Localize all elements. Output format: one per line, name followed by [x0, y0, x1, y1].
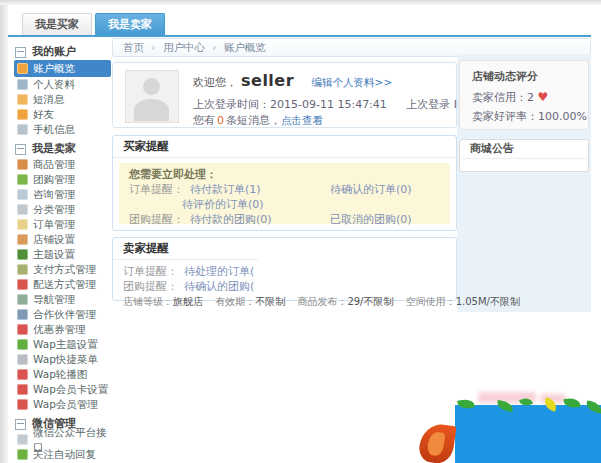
sidebar-item[interactable]: 商品管理: [14, 157, 111, 172]
groupbuy-reminder-label: 团购提醒：: [123, 280, 178, 293]
sidebar-section-header[interactable]: 我的账户: [14, 44, 111, 60]
breadcrumb-user-center[interactable]: 用户中心: [163, 41, 205, 53]
sidebar-item[interactable]: 主题设置: [14, 247, 111, 262]
sidebar-section-header[interactable]: 我是卖家: [14, 141, 111, 157]
sidebar-item[interactable]: Wap会员卡设置: [14, 382, 111, 397]
pending-payment-groupbuy-link[interactable]: 待付款的团购(0): [190, 212, 330, 227]
sidebar-item-label: 团购管理: [33, 172, 75, 187]
sidebar-item[interactable]: 个人资料: [14, 77, 111, 92]
pending-payment-orders-link[interactable]: 待付款订单(1): [190, 182, 330, 197]
sidebar-item-label: 支付方式管理: [33, 262, 96, 277]
flame-icon: [417, 422, 456, 463]
sidebar-item-label: 配送方式管理: [33, 277, 96, 292]
sidebar-item[interactable]: 配送方式管理: [14, 277, 111, 292]
last-login-time: 2015-09-11 15:47:41: [270, 98, 387, 111]
sidebar-item[interactable]: 咨询管理: [14, 187, 111, 202]
sidebar-item[interactable]: 手机信息: [14, 122, 111, 137]
friends-icon: [17, 109, 28, 120]
pending-confirm-orders-link[interactable]: 待确认的订单(0): [330, 183, 412, 196]
sidebar-item-label: 合作伙伴管理: [33, 307, 96, 322]
auto-reply-icon: [17, 449, 28, 460]
sidebar-item-label: Wap主题设置: [33, 337, 98, 352]
sidebar-item[interactable]: 账户概览: [14, 60, 111, 77]
sidebar-item[interactable]: 团购管理: [14, 172, 111, 187]
urgent-notice-box: 您需要立即处理： 订单提醒：待付款订单(1)待确认的订单(0) 待评价的订单(0…: [119, 163, 450, 224]
sidebar-item[interactable]: Wap快捷菜单: [14, 352, 111, 367]
sidebar: 我的账户 账户概览 个人资料 短消息 好友 手机信息 我是卖家: [14, 40, 111, 462]
wap-theme-icon: [17, 339, 28, 350]
wap-member-icon: [17, 399, 28, 410]
sidebar-item[interactable]: 店铺设置: [14, 232, 111, 247]
partner-icon: [17, 309, 28, 320]
groupbuy-reminder-label: 团购提醒：: [129, 213, 184, 226]
consult-icon: [17, 189, 28, 200]
sidebar-item-label: 商品管理: [33, 157, 75, 172]
sidebar-item-label: 导航管理: [33, 292, 75, 307]
sidebar-item[interactable]: 微信公众平台接口: [14, 432, 111, 447]
payment-icon: [17, 264, 28, 275]
watermark-banner: [455, 405, 601, 463]
urgent-notice: 您需要立即处理：: [129, 167, 440, 182]
breadcrumb-home[interactable]: 首页: [123, 41, 144, 53]
sidebar-item-label: 店铺设置: [33, 232, 75, 247]
positive-rate-row: 卖家好评率：100.00%: [472, 109, 588, 124]
goods-published-value: 29/不限制: [347, 296, 393, 307]
sidebar-item[interactable]: 分类管理: [14, 202, 111, 217]
welcome-panel: 欢迎您，seller 编辑个人资料>> 上次登录时间：2015-09-11 15…: [112, 62, 457, 128]
tab-underline: [8, 35, 591, 37]
sidebar-item[interactable]: 订单管理: [14, 217, 111, 232]
announcement-panel: 商城公告: [459, 139, 589, 172]
sidebar-item-label: Wap会员管理: [33, 397, 98, 412]
shop-level-value: 旗舰店: [173, 296, 203, 307]
groupbuy-icon: [17, 174, 28, 185]
avatar: [125, 70, 179, 123]
sidebar-item[interactable]: 支付方式管理: [14, 262, 111, 277]
cancelled-groupbuy-link[interactable]: 已取消的团购(0): [330, 213, 412, 226]
breadcrumb-separator: ›: [212, 41, 216, 53]
order-reminder-label: 订单提醒：: [123, 265, 178, 278]
theme-icon: [17, 249, 28, 260]
pending-review-orders-link[interactable]: 待评价的订单(0): [182, 198, 264, 211]
tab-buyer[interactable]: 我是买家: [22, 13, 92, 36]
collapse-icon[interactable]: [15, 47, 26, 58]
validity-value: 不限制: [255, 296, 285, 307]
wechat-api-icon: [17, 434, 28, 445]
sidebar-item[interactable]: 短消息: [14, 92, 111, 107]
coupon-icon: [17, 324, 28, 335]
buyer-reminder-title: 买家提醒: [113, 136, 456, 158]
shop-stats-row: 店铺等级：旗舰店 有效期：不限制 商品发布：29/不限制 空间使用：1.05M/…: [123, 294, 446, 309]
rate-value: 100.00%: [538, 110, 587, 123]
sidebar-item[interactable]: 合作伙伴管理: [14, 307, 111, 322]
sidebar-item[interactable]: Wap会员管理: [14, 397, 111, 412]
breadcrumb-separator: ›: [151, 41, 155, 53]
white-overlay-patch: [258, 245, 456, 287]
tab-bar: 我是买家 我是卖家: [22, 13, 165, 36]
sidebar-item[interactable]: Wap主题设置: [14, 337, 111, 352]
pending-groupbuy-link[interactable]: 待确认的团购(: [184, 280, 254, 293]
collapse-icon[interactable]: [15, 144, 26, 155]
sidebar-item-label: 个人资料: [33, 77, 75, 92]
sidebar-item-label: 账户概览: [33, 61, 75, 76]
navigation-icon: [17, 294, 28, 305]
heart-icon: ♥: [538, 90, 549, 104]
sidebar-item-label: 关注自动回复: [33, 447, 96, 462]
wap-card-icon: [17, 384, 28, 395]
phone-icon: [17, 124, 28, 135]
buyer-reminder-panel: 买家提醒 您需要立即处理： 订单提醒：待付款订单(1)待确认的订单(0) 待评价…: [112, 135, 457, 231]
sidebar-item[interactable]: 导航管理: [14, 292, 111, 307]
tab-seller[interactable]: 我是卖家: [95, 13, 165, 36]
sidebar-item[interactable]: 优惠券管理: [14, 322, 111, 337]
welcome-greeting: 欢迎您，seller 编辑个人资料>>: [193, 71, 392, 90]
sidebar-item[interactable]: 好友: [14, 107, 111, 122]
edit-profile-link[interactable]: 编辑个人资料>>: [312, 76, 393, 88]
view-messages-link[interactable]: 点击查看: [281, 114, 323, 126]
pending-orders-link[interactable]: 待处理的订单(: [184, 265, 254, 278]
sidebar-item-label: 咨询管理: [33, 187, 75, 202]
sidebar-section-title: 我是卖家: [32, 141, 76, 157]
sidebar-item-label: 分类管理: [33, 202, 75, 217]
sidebar-item-label: 好友: [33, 107, 54, 122]
seller-credit-row: 卖家信用：2 ♥: [472, 90, 588, 105]
collapse-icon[interactable]: [15, 419, 26, 430]
sidebar-item[interactable]: Wap轮播图: [14, 367, 111, 382]
shop-icon: [17, 234, 28, 245]
